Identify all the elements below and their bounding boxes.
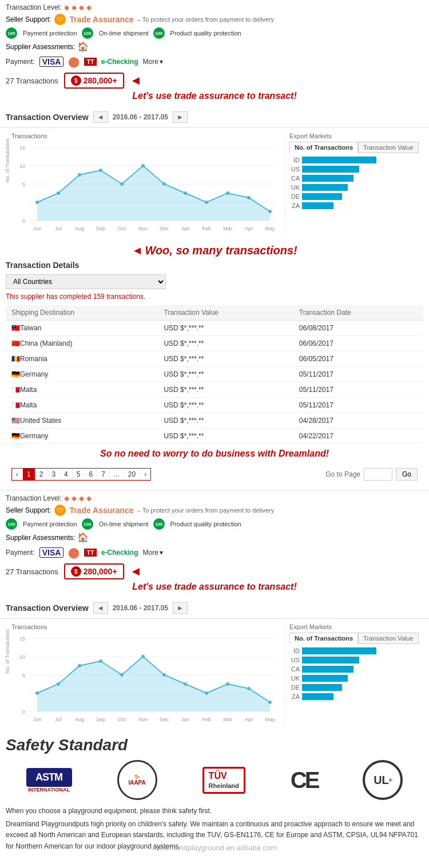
transaction-info-end: transactions. — [106, 293, 145, 301]
tuv-logo: TÜV Rheinland — [202, 767, 245, 794]
table-row: 🇩🇪Germany USD $*,***.** 04/22/2017 — [6, 429, 423, 444]
diamond-2: ◆ — [72, 3, 77, 11]
chevron-down-icon: ▾ — [160, 58, 163, 66]
value-cell: USD $*,***.** — [158, 429, 293, 444]
bottom-next-period-button[interactable]: ► — [173, 602, 188, 614]
bottom-seller-support-row: Seller Support: 🛡 Trade Assurance – To p… — [6, 505, 423, 516]
svg-text:10: 10 — [19, 654, 25, 660]
export-markets-area: Export Markets No. of Transactions Trans… — [285, 133, 424, 235]
annotation-2-box: ◄ Woo, so many transactions! — [6, 244, 423, 257]
destination-cell: 🇺🇸United States — [6, 413, 158, 429]
svg-point-57 — [57, 682, 60, 686]
bottom-dollar-icon: $ — [71, 566, 81, 577]
chart-container: No. of Transactions Transactions 15 10 5 — [0, 128, 429, 239]
page-2-button[interactable]: 2 — [35, 469, 48, 480]
page-4-button[interactable]: 4 — [60, 469, 73, 480]
date-cell: 06/05/2017 — [293, 351, 423, 367]
next-period-button[interactable]: ► — [173, 111, 188, 123]
bottom-prev-period-button[interactable]: ◄ — [93, 602, 108, 614]
diamond-4: ◆ — [86, 3, 92, 11]
bottom-bar-row-id: ID — [289, 647, 420, 654]
line-chart-area: No. of Transactions Transactions 15 10 5 — [5, 133, 285, 235]
transaction-info-text: This supplier has completed — [6, 293, 91, 301]
bottom-tab-no-of-transactions[interactable]: No. of Transactions — [289, 633, 358, 644]
transactions-count-row: 27 Transactions $ 280,000+ ◄ — [6, 73, 423, 89]
bottom-transaction-level-row: Transaction Level: ◆ ◆ ◆ ◆ — [6, 494, 423, 502]
seller-support-row: Seller Support: 🛡 Trade Assurance – To p… — [6, 14, 423, 25]
svg-text:Jun: Jun — [33, 717, 42, 722]
flag-icon: 🇺🇸 — [11, 417, 20, 425]
transaction-overview-section: Transaction Overview ◄ 2016.06 - 2017.05… — [0, 107, 429, 239]
destination-cell: 🇩🇪Germany — [6, 367, 158, 382]
bottom-date-range: 2016.06 - 2017.05 — [113, 604, 168, 612]
date-cell: 04/22/2017 — [293, 429, 423, 444]
svg-point-62 — [162, 673, 166, 677]
bottom-payment-badge: 100 — [6, 518, 17, 530]
bar-row-us: US — [289, 166, 420, 173]
bottom-trade-assurance-label: Trade Assurance — [69, 506, 133, 515]
page-20-button[interactable]: 20 — [124, 469, 140, 480]
transaction-details-title: Transaction Details — [6, 261, 423, 270]
tt-logo: TT — [84, 58, 96, 66]
date-cell: 06/06/2017 — [293, 336, 423, 351]
annotation-1-box: Let's use trade assurance to transact! — [6, 89, 423, 103]
bottom-transactions-count-row: 27 Transactions $ 280,000+ ◄ — [6, 563, 423, 579]
goto-page-row: Go to Page Go — [325, 468, 418, 481]
svg-text:Mar: Mar — [223, 717, 232, 722]
goto-go-button[interactable]: Go — [396, 468, 418, 481]
value-cell: USD $*,***.** — [158, 321, 293, 336]
chart-title: Transactions — [11, 133, 284, 139]
svg-text:Apr: Apr — [245, 717, 253, 722]
svg-text:Jul: Jul — [55, 717, 62, 722]
svg-point-31 — [226, 191, 229, 195]
goto-input[interactable] — [364, 468, 392, 481]
quality-label: Product quality protection — [170, 30, 241, 37]
protect-desc: – To protect your orders from payment to… — [137, 16, 274, 23]
svg-point-22 — [35, 201, 39, 204]
bottom-chevron-down-icon: ▾ — [160, 549, 163, 557]
prev-page-button[interactable]: ‹ — [12, 469, 23, 480]
value-cell: USD $*,***.** — [158, 351, 293, 367]
table-row: 🇩🇪Germany USD $*,***.** 05/11/2017 — [6, 367, 423, 382]
page-navigation: ‹ 1 2 3 4 5 6 7 ... 20 › — [11, 468, 151, 481]
bottom-tab-transaction-value[interactable]: Transaction Value — [358, 633, 418, 644]
svg-point-66 — [247, 687, 251, 690]
ul-logo: UL® — [363, 760, 403, 800]
transaction-info: This supplier has completed 159 transact… — [6, 293, 423, 301]
svg-text:Aug: Aug — [75, 717, 84, 722]
more-button-bottom[interactable]: More ▾ — [143, 549, 163, 557]
page-ellipsis: ... — [110, 469, 124, 480]
house-icon: 🏠 — [77, 41, 89, 52]
page-1-button[interactable]: 1 — [23, 469, 35, 480]
flag-icon: 🇲🇹 — [11, 401, 20, 409]
col-transaction-date: Transaction Date — [293, 305, 423, 321]
tab-no-of-transactions[interactable]: No. of Transactions — [289, 142, 358, 153]
svg-text:May: May — [265, 717, 275, 722]
page-5-button[interactable]: 5 — [73, 469, 85, 480]
page-6-button[interactable]: 6 — [85, 469, 97, 480]
payment-label: Payment: — [6, 58, 35, 66]
chart-tabs: No. of Transactions Transaction Value — [289, 142, 420, 153]
bottom-quality-badge: 100 — [153, 518, 165, 530]
more-button-top[interactable]: More ▾ — [143, 58, 163, 66]
tab-transaction-value[interactable]: Transaction Value — [358, 142, 418, 153]
page-7-button[interactable]: 7 — [97, 469, 110, 480]
svg-text:15: 15 — [19, 145, 25, 151]
svg-text:Feb: Feb — [202, 717, 211, 722]
svg-point-25 — [99, 169, 102, 172]
annotation-2: Woo, so many transactions! — [145, 244, 297, 257]
next-page-button[interactable]: › — [140, 469, 150, 480]
value-cell: USD $*,***.** — [158, 336, 293, 351]
svg-text:Dec: Dec — [160, 717, 169, 722]
country-select-dropdown[interactable]: All Countries — [6, 274, 166, 289]
prev-period-button[interactable]: ◄ — [93, 111, 108, 123]
svg-point-61 — [141, 655, 145, 658]
transaction-count: 159 — [93, 293, 105, 301]
goto-label: Go to Page — [325, 470, 360, 478]
date-cell: 06/08/2017 — [293, 321, 423, 336]
svg-point-65 — [226, 682, 229, 686]
page-3-button[interactable]: 3 — [47, 469, 60, 480]
transaction-value-box: $ 280,000+ — [64, 73, 124, 89]
table-row: 🇺🇸United States USD $*,***.** 04/28/2017 — [6, 413, 423, 429]
svg-text:0: 0 — [22, 709, 25, 715]
